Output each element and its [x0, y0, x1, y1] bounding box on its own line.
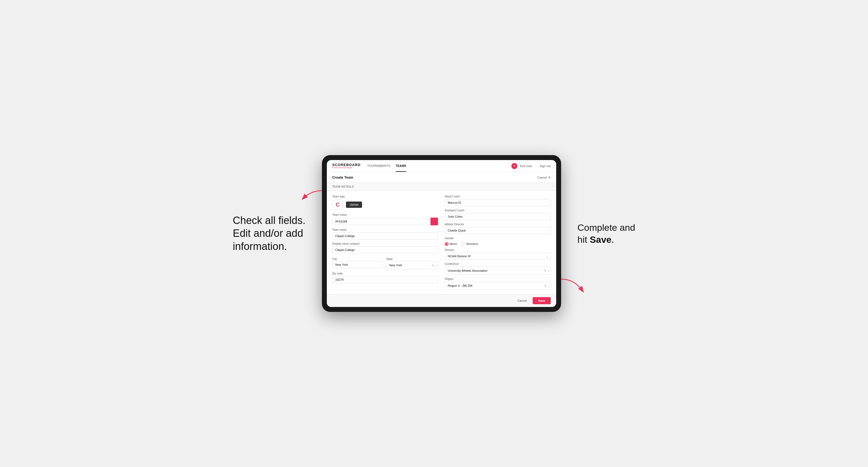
form-content: Team logo C Upload Team colour: [327, 191, 556, 294]
team-name-input[interactable]: [332, 232, 438, 240]
state-group: State New York ✕ ⌄: [386, 256, 438, 269]
nav-links: TOURNAMENTS TEAMS: [367, 160, 512, 172]
zip-input[interactable]: [332, 276, 438, 283]
display-name-group: Display name (unique): [332, 242, 438, 253]
assistant-coach-group: Assistant Coach: [445, 209, 551, 220]
left-arrow-icon: [300, 188, 324, 204]
colour-input-row: [332, 217, 438, 225]
conference-clear-icon[interactable]: ✕: [544, 269, 547, 273]
sign-out-link[interactable]: Sign out: [539, 164, 551, 168]
avatar: T: [512, 163, 518, 169]
conference-label: Conference: [445, 262, 551, 266]
upload-button[interactable]: Upload: [346, 201, 362, 208]
team-colour-label: Team colour: [332, 213, 438, 216]
state-chevron-icon[interactable]: ⌄: [435, 264, 437, 267]
conference-group: Conference University Athletic Associati…: [445, 262, 551, 275]
right-column: Head Coach Assistant Coach Athletic Dire…: [445, 195, 551, 290]
form-footer: Cancel Save: [327, 294, 556, 307]
nav-tournaments[interactable]: TOURNAMENTS: [367, 160, 391, 172]
nav-teams[interactable]: TEAMS: [396, 160, 406, 172]
tablet-screen: SCOREBOARD Powered by clippd TOURNAMENTS…: [327, 160, 556, 307]
state-select[interactable]: New York: [386, 261, 438, 269]
gender-mens-radio[interactable]: [445, 242, 448, 246]
region-chevron-icon[interactable]: ⌄: [548, 284, 550, 287]
assistant-coach-label: Assistant Coach: [445, 209, 551, 212]
cancel-top-button[interactable]: Cancel ✕: [537, 176, 551, 180]
city-input[interactable]: [332, 261, 384, 268]
region-select[interactable]: Region II - (M) DIII: [445, 282, 551, 290]
gender-womens-radio[interactable]: [461, 242, 465, 246]
app-logo: SCOREBOARD Powered by clippd: [332, 163, 361, 169]
state-select-wrapper: New York ✕ ⌄: [386, 261, 438, 269]
team-logo-group: Team logo C Upload: [332, 195, 438, 213]
display-name-input[interactable]: [332, 246, 438, 253]
page-title: Create Team: [332, 175, 353, 180]
team-logo-label: Team logo: [332, 195, 438, 198]
region-clear-icon[interactable]: ✕: [544, 284, 547, 288]
zip-group: Zip code: [332, 272, 438, 283]
logo-section: C Upload: [332, 199, 438, 210]
team-name-group: Team name: [332, 228, 438, 240]
region-group: Region Region II - (M) DIII ✕ ⌄: [445, 277, 551, 290]
athletic-director-input[interactable]: [445, 227, 551, 234]
gender-options: Mens Womens: [445, 242, 551, 246]
logo-circle: C: [332, 199, 343, 210]
colour-swatch[interactable]: [431, 217, 438, 225]
head-coach-input[interactable]: [445, 199, 551, 206]
left-column: Team logo C Upload Team colour: [332, 195, 438, 290]
save-button[interactable]: Save: [533, 297, 551, 304]
right-annotation: Complete and hit Save.: [578, 221, 636, 246]
athletic-director-label: Athletic Director: [445, 223, 551, 226]
gender-mens-option[interactable]: Mens: [445, 242, 457, 246]
city-state-group: City State New York: [332, 256, 438, 269]
state-label: State: [386, 257, 393, 260]
division-select-wrapper: NCAA Division III ⌄: [445, 253, 551, 260]
left-annotation: Check all fields. Edit and/or add inform…: [233, 214, 306, 253]
region-select-wrapper: Region II - (M) DIII ✕ ⌄: [445, 282, 551, 290]
assistant-coach-input[interactable]: [445, 213, 551, 220]
city-group: City: [332, 256, 384, 269]
section-header: TEAM DETAILS: [327, 183, 556, 191]
athletic-director-group: Athletic Director: [445, 223, 551, 234]
zip-label: Zip code: [332, 272, 438, 275]
team-colour-group: Team colour: [332, 213, 438, 225]
region-label: Region: [445, 277, 551, 280]
gender-group: Gender Mens Womens: [445, 237, 551, 246]
close-icon: ✕: [548, 176, 551, 180]
tablet-frame: SCOREBOARD Powered by clippd TOURNAMENTS…: [322, 155, 561, 312]
right-arrow-icon: [558, 276, 588, 295]
state-clear-icon[interactable]: ✕: [431, 263, 434, 268]
nav-user-section: T Test User | Sign out: [512, 163, 551, 169]
nav-bar: SCOREBOARD Powered by clippd TOURNAMENTS…: [327, 160, 556, 172]
head-coach-label: Head Coach: [445, 195, 551, 198]
gender-label: Gender: [445, 237, 551, 240]
display-name-label: Display name (unique): [332, 242, 438, 245]
city-label: City: [332, 257, 337, 260]
conference-select-wrapper: University Athletic Association ✕ ⌄: [445, 267, 551, 275]
conference-select[interactable]: University Athletic Association: [445, 267, 551, 275]
team-name-label: Team name: [332, 228, 438, 231]
division-group: Division NCAA Division III ⌄: [445, 249, 551, 260]
team-colour-input[interactable]: [332, 218, 431, 225]
cancel-button[interactable]: Cancel: [514, 298, 530, 304]
division-label: Division: [445, 249, 551, 251]
page-header: Create Team Cancel ✕: [327, 172, 556, 183]
gender-womens-option[interactable]: Womens: [461, 242, 478, 246]
division-select[interactable]: NCAA Division III: [445, 253, 551, 260]
head-coach-group: Head Coach: [445, 195, 551, 206]
conference-chevron-icon[interactable]: ⌄: [548, 269, 550, 272]
